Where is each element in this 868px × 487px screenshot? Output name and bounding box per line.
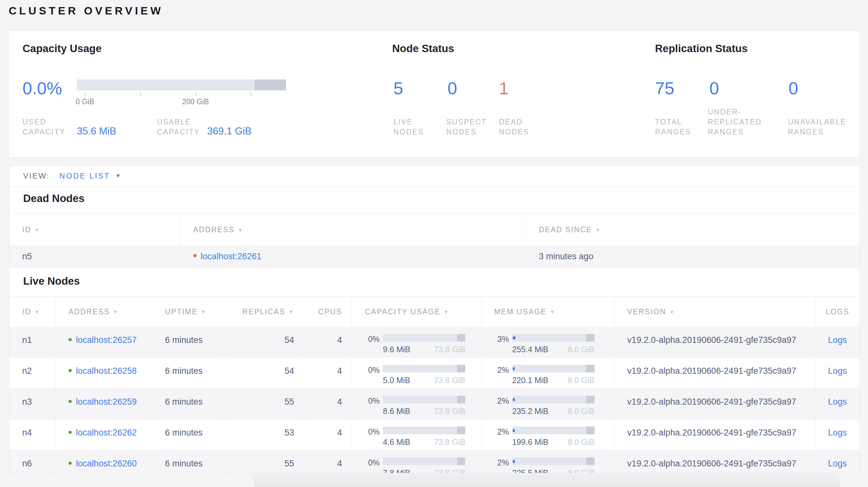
- suspect-nodes-count: 0: [447, 78, 457, 98]
- node-id-cell: n6: [9, 450, 56, 474]
- usage-values: 5.0 MiB73.8 GiB: [383, 376, 465, 385]
- column-header-label: LOGS: [826, 307, 849, 316]
- logs-link[interactable]: Logs: [828, 397, 847, 407]
- usage-bar: [512, 334, 594, 342]
- under-replicated-ranges-label: UNDER-REPLICATED RANGES: [708, 107, 779, 137]
- usage-bar: [512, 396, 594, 403]
- node-address-link[interactable]: localhost:26261: [201, 252, 261, 261]
- logs-link[interactable]: Logs: [828, 335, 847, 345]
- usage-cell: 0%4.6 MiB73.8 GiB: [352, 419, 481, 450]
- node-address-link[interactable]: localhost:26260: [76, 459, 137, 468]
- cpus-cell: 4: [304, 327, 352, 357]
- column-header-address[interactable]: ADDRESS▼: [56, 297, 152, 327]
- uptime-cell: 6 minutes: [152, 389, 224, 419]
- node-address-link[interactable]: localhost:26259: [76, 397, 137, 407]
- version-cell: v19.2.0-alpha.20190606-2491-gfe735c9a97: [615, 358, 816, 388]
- column-header-uptime[interactable]: UPTIME▼: [152, 297, 224, 327]
- sort-arrow-icon: ▼: [201, 309, 207, 315]
- column-header-logs: LOGS: [815, 297, 859, 327]
- view-label: VIEW:: [23, 171, 50, 181]
- live-status-dot-icon: [68, 400, 72, 403]
- column-header-id[interactable]: ID▼: [9, 214, 181, 246]
- live-status-dot-icon: [68, 338, 72, 341]
- column-header-mem-usage[interactable]: MEM USAGE▼: [481, 297, 615, 327]
- axis-tick: [85, 92, 86, 96]
- column-header-label: REPLICAS: [242, 307, 285, 316]
- capacity-bar-reserved-segment: [254, 79, 286, 90]
- table-row: n2localhost:262586 minutes5440%5.0 MiB73…: [9, 358, 859, 389]
- usage-cell: 2%220.1 MiB8.0 GiB: [481, 358, 615, 388]
- logs-cell: Logs: [815, 358, 859, 388]
- usage-cell: 2%199.6 MiB8.0 GiB: [481, 419, 615, 450]
- column-header-id[interactable]: ID▼: [9, 297, 56, 327]
- usage-bar-fill: [513, 398, 515, 401]
- live-nodes-count: 5: [394, 78, 403, 98]
- summary-panel: Capacity Usage 0.0% 0 GiB200 GiB USED CA…: [8, 31, 860, 158]
- usage-used-value: 5.0 MiB: [383, 376, 410, 385]
- column-header-dead-since[interactable]: DEAD SINCE▼: [526, 214, 859, 246]
- usage-values: 220.1 MiB8.0 GiB: [512, 376, 594, 385]
- usage-bar: [383, 365, 465, 372]
- sort-arrow-icon: ▼: [113, 309, 119, 315]
- sort-arrow-icon: ▼: [34, 227, 40, 233]
- usage-bar: [512, 426, 594, 434]
- usage-cell: 0%7.8 MiB73.8 GiB: [352, 450, 481, 474]
- table-row: n4localhost:262626 minutes5340%4.6 MiB73…: [9, 419, 859, 450]
- usage-bar-reserved-segment: [586, 396, 594, 403]
- logs-cell: Logs: [815, 389, 859, 419]
- node-id-cell: n5: [9, 246, 181, 268]
- capacity-usage-bar: [76, 79, 286, 90]
- column-header-version[interactable]: VERSION▼: [615, 297, 816, 327]
- node-address-link[interactable]: localhost:26258: [76, 366, 137, 376]
- logs-link[interactable]: Logs: [828, 366, 847, 376]
- column-header-label: ADDRESS: [68, 307, 110, 316]
- usage-bar-fill: [513, 336, 516, 339]
- logs-link[interactable]: Logs: [828, 459, 847, 468]
- usage-bar: [383, 426, 465, 434]
- uptime-cell: 6 minutes: [152, 419, 224, 450]
- chevron-down-icon: ▼: [116, 173, 122, 179]
- node-id-cell: n1: [9, 327, 56, 357]
- node-status-heading: Node Status: [392, 42, 454, 55]
- column-header-address[interactable]: ADDRESS▼: [181, 214, 526, 246]
- usage-bar-reserved-segment: [457, 365, 466, 372]
- usage-bar-fill: [513, 367, 515, 370]
- usage-bar-fill: [513, 460, 515, 463]
- column-header-replicas[interactable]: REPLICAS▼: [224, 297, 304, 327]
- total-ranges-count: 75: [655, 78, 674, 98]
- total-ranges-label: TOTAL RANGES: [655, 117, 710, 137]
- node-address-link[interactable]: localhost:26262: [76, 428, 137, 437]
- logs-cell: Logs: [815, 327, 859, 357]
- sort-arrow-icon: ▼: [34, 309, 40, 315]
- usage-total-value: 73.8 GiB: [434, 376, 465, 385]
- usage-bar-reserved-segment: [586, 365, 594, 372]
- suspect-nodes-label: SUSPECT NODES: [446, 117, 498, 137]
- logs-link[interactable]: Logs: [828, 428, 847, 437]
- column-header-label: CAPACITY USAGE: [365, 307, 440, 316]
- version-cell: v19.2.0-alpha.20190606-2491-gfe735c9a97: [615, 450, 816, 474]
- version-cell: v19.2.0-alpha.20190606-2491-gfe735c9a97: [615, 419, 816, 450]
- axis-tick-label: 0 GiB: [75, 97, 94, 106]
- usage-cell: 2%235.2 MiB8.0 GiB: [481, 389, 615, 419]
- replicas-cell: 54: [224, 327, 304, 357]
- column-header-capacity-usage[interactable]: CAPACITY USAGE▼: [352, 297, 481, 327]
- usage-percent: 0%: [361, 458, 380, 467]
- usage-total-value: 8.0 GiB: [568, 345, 594, 354]
- replicas-cell: 55: [224, 450, 304, 474]
- column-header-label: UPTIME: [165, 307, 198, 316]
- node-address-cell: localhost:26257: [56, 327, 152, 357]
- usage-cell: 0%5.0 MiB73.8 GiB: [352, 358, 481, 388]
- usable-capacity-label: USABLE CAPACITY: [157, 117, 215, 137]
- usage-used-value: 9.6 MiB: [383, 345, 410, 354]
- usage-values: 8.6 MiB73.8 GiB: [383, 407, 465, 416]
- usage-percent: 2%: [490, 427, 509, 436]
- live-nodes-label: LIVE NODES: [394, 117, 442, 137]
- node-address-link[interactable]: localhost:26257: [76, 335, 137, 345]
- view-dropdown[interactable]: NODE LIST ▼: [60, 171, 122, 181]
- live-nodes-heading: Live Nodes: [9, 268, 859, 296]
- uptime-cell: 6 minutes: [152, 327, 224, 357]
- node-address-cell: localhost:26262: [56, 419, 152, 450]
- version-cell: v19.2.0-alpha.20190606-2491-gfe735c9a97: [615, 327, 816, 357]
- sort-arrow-icon: ▼: [238, 227, 243, 233]
- usage-bar-reserved-segment: [586, 334, 594, 342]
